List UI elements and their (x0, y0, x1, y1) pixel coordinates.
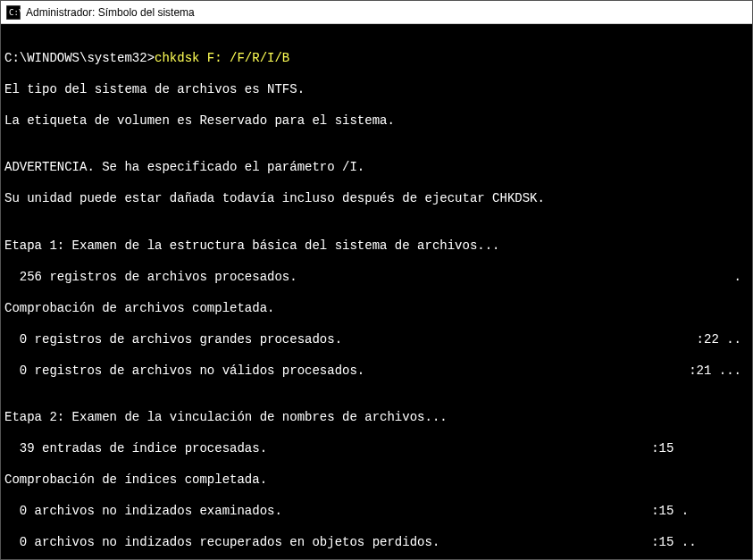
output-line: 0 archivos no indizados examinados.:15 . (4, 504, 749, 520)
window-title: Administrador: Símbolo del sistema (26, 6, 195, 19)
output-line: Comprobación de índices completada. (4, 472, 749, 489)
prompt-line: C:\WINDOWS\system32>chkdsk F: /F/R/I/B (4, 51, 749, 67)
output-line: 39 entradas de índice procesadas.:15 (4, 441, 749, 457)
output-line: 0 registros de archivos grandes procesad… (4, 332, 749, 348)
cmd-icon: C:\ (6, 5, 21, 20)
terminal-output[interactable]: C:\WINDOWS\system32>chkdsk F: /F/R/I/B E… (1, 24, 752, 559)
output-line: La etiqueta de volumen es Reservado para… (4, 113, 749, 130)
output-line: Su unidad puede estar dañada todavía inc… (4, 191, 749, 207)
svg-text:C:\: C:\ (9, 8, 21, 17)
command-text: chkdsk F: /F/R/I/B (155, 51, 289, 65)
output-line: El tipo del sistema de archivos es NTFS. (4, 82, 749, 98)
cmd-window: C:\ Administrador: Símbolo del sistema C… (0, 0, 753, 560)
titlebar[interactable]: C:\ Administrador: Símbolo del sistema (1, 1, 752, 24)
output-line: ADVERTENCIA. Se ha especificado el parám… (4, 160, 749, 176)
output-line: 256 registros de archivos procesados.. (4, 270, 749, 286)
output-line: Etapa 2: Examen de la vinculación de nom… (4, 410, 749, 426)
output-line: 0 registros de archivos no válidos proce… (4, 364, 749, 380)
prompt-path: C:\WINDOWS\system32> (4, 51, 155, 65)
output-line: Comprobación de archivos completada. (4, 301, 749, 317)
output-line: 0 archivos no indizados recuperados en o… (4, 535, 749, 551)
output-line: Etapa 1: Examen de la estructura básica … (4, 238, 749, 255)
